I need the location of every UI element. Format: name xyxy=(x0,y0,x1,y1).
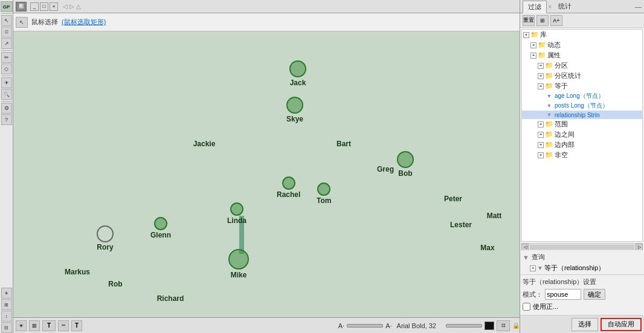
toolbar-bottom1-btn[interactable]: ☀ xyxy=(1,288,12,299)
tree-expand-partition[interactable]: + xyxy=(538,63,544,69)
bottom-icon2[interactable]: ⊞ xyxy=(29,320,40,331)
hscroll-track[interactable] xyxy=(530,245,634,250)
bottom-icon3[interactable]: T xyxy=(42,320,56,331)
toolbar-select-btn[interactable]: ↖ xyxy=(1,15,12,26)
query-expand[interactable]: + xyxy=(530,265,536,271)
node-linda-label: Linda xyxy=(227,216,246,225)
tree-item-relationship[interactable]: ▼ relationship Strin xyxy=(522,111,642,119)
node-mike-circle xyxy=(228,249,249,270)
toolbar-select2-btn[interactable]: ⊡ xyxy=(1,27,12,37)
tree-expand-library[interactable]: + xyxy=(523,32,529,38)
toolbar-erase-btn[interactable]: ◇ xyxy=(1,63,12,74)
tree-item-inner-edges[interactable]: + 📁 边内部 xyxy=(522,140,642,150)
panel-minimize-btn[interactable]: — xyxy=(635,3,642,10)
node-max-label: Max xyxy=(480,244,494,252)
node-rachel[interactable]: Rachel xyxy=(277,176,300,199)
tree-label-between-edges: 边之间 xyxy=(555,130,575,139)
tree-label-range: 范围 xyxy=(555,120,568,129)
tree-item-equals[interactable]: + 📁 等于 xyxy=(522,81,642,91)
font-size-large: A· xyxy=(385,322,391,329)
maximize-btn[interactable]: □ xyxy=(40,2,48,11)
tree-label-attributes: 属性 xyxy=(547,51,561,60)
toolbar-draw-btn[interactable]: ✏ xyxy=(1,52,12,63)
node-tom-label: Tom xyxy=(317,196,331,205)
toolbar-tool3-btn[interactable]: ↗ xyxy=(1,38,12,49)
hscroll-right[interactable]: ▷ xyxy=(636,244,643,251)
toolbar-select-link[interactable]: (鼠标选取矩形) xyxy=(62,18,106,27)
query-item-equals-relationship[interactable]: + ▼ 等于（relationship） xyxy=(523,263,642,273)
node-jack[interactable]: Jack xyxy=(289,60,306,87)
bottom-icon4[interactable]: ✂ xyxy=(58,320,69,331)
query-header: ▼ 查询 xyxy=(523,253,642,262)
color-swatch[interactable] xyxy=(485,322,494,330)
node-matt-label: Matt xyxy=(487,212,502,220)
tree-item-age[interactable]: ▼ age Long（节点） xyxy=(522,91,642,101)
settings-regex-label: 使用正... xyxy=(533,302,558,311)
tree-item-posts[interactable]: ▼ posts Long（节点） xyxy=(522,101,642,111)
tree-expand-attributes[interactable]: + xyxy=(530,53,536,59)
close-btn[interactable]: × xyxy=(50,2,58,11)
node-linda[interactable]: Linda xyxy=(227,202,246,225)
node-bob[interactable]: Bob xyxy=(397,151,414,178)
bottom-bar: ☀ ⊞ T ✂ T A· A· Arial Bold, 32 ⊡ 🔒 xyxy=(13,317,520,333)
toolbar-bottom4-btn[interactable]: ⊟ xyxy=(1,322,12,333)
auto-apply-btn[interactable]: 自动应用 xyxy=(601,318,642,331)
node-glenn[interactable]: Glenn xyxy=(150,217,171,239)
hscroll-left[interactable]: ◁ xyxy=(521,244,529,251)
tab-stats[interactable]: 统计 xyxy=(553,0,577,13)
node-skye[interactable]: Skye xyxy=(286,97,303,123)
toolbar-move-btn[interactable]: ✈ xyxy=(1,77,12,88)
tree-item-non-empty[interactable]: + 📁 非空 xyxy=(522,150,642,160)
tree-label-non-empty: 非空 xyxy=(555,150,568,160)
tree-expand-partition-stats[interactable]: + xyxy=(538,73,544,79)
font-slider[interactable] xyxy=(347,324,383,328)
node-rachel-circle xyxy=(282,176,295,190)
tree-expand-between-edges[interactable]: + xyxy=(538,132,544,138)
toolbar-bottom2-btn[interactable]: ⊞ xyxy=(1,299,12,310)
tab-filter[interactable]: 过滤 xyxy=(523,1,547,13)
tree-item-library[interactable]: + 📁 库 xyxy=(522,30,642,40)
toolbar-zoom-btn[interactable]: 🔍 xyxy=(1,89,12,100)
settings-regex-checkbox[interactable] xyxy=(523,303,530,311)
bottom-export-btn[interactable]: ⊡ xyxy=(497,320,510,331)
node-mike[interactable]: Mike xyxy=(228,249,249,279)
tree-item-range[interactable]: + 📁 范围 xyxy=(522,119,642,129)
text-btn[interactable]: A+ xyxy=(550,15,562,26)
bottom-icon1[interactable]: ☀ xyxy=(16,320,27,331)
select-btn[interactable]: 选择 xyxy=(572,318,598,331)
canvas-area[interactable]: Jack Skye Jackie Bart Bob Greg Rach xyxy=(13,31,520,317)
tree-expand-range[interactable]: + xyxy=(538,121,544,128)
folder-icon-range: 📁 xyxy=(545,121,553,128)
node-tom[interactable]: Tom xyxy=(317,183,331,205)
grid-btn[interactable]: ⊞ xyxy=(536,15,549,26)
tree-label-age: age Long（节点） xyxy=(555,92,604,100)
bottom-icon5[interactable]: T xyxy=(71,320,82,331)
node-rory[interactable]: Rory xyxy=(97,225,114,251)
node-linda-circle xyxy=(230,202,243,216)
reset-label: 重置 xyxy=(523,16,534,24)
tree-item-attributes[interactable]: + 📁 属性 xyxy=(522,50,642,60)
cursor-icon[interactable]: ↖ xyxy=(16,17,28,28)
settings-confirm-btn[interactable]: 确定 xyxy=(584,289,605,300)
settings-mode-input[interactable] xyxy=(545,289,581,300)
tree-container[interactable]: + 📁 库 + 📁 动态 + 📁 属性 + 📁 xyxy=(521,29,643,242)
zoom-slider[interactable] xyxy=(446,324,482,328)
tree-expand-equals[interactable]: + xyxy=(538,83,544,89)
minimize-btn[interactable]: _ xyxy=(30,2,39,11)
reset-btn[interactable]: 重置 xyxy=(523,15,535,26)
right-panel: 过滤 × 统计 — 重置 ⊞ A+ + 📁 库 xyxy=(520,0,644,333)
tree-item-partition-stats[interactable]: + 📁 分区统计 xyxy=(522,71,642,81)
toolbar-logo-btn[interactable]: GP xyxy=(1,1,13,12)
tree-item-partition[interactable]: + 📁 分区 xyxy=(522,60,642,71)
font-size-small: A· xyxy=(338,322,344,329)
tree-expand-non-empty[interactable]: + xyxy=(538,152,544,158)
tree-item-dynamic[interactable]: + 📁 动态 xyxy=(522,40,642,50)
toolbar-bottom3-btn[interactable]: ↕ xyxy=(1,311,12,322)
tree-expand-dynamic[interactable]: + xyxy=(530,42,536,48)
toolbar-help-btn[interactable]: ? xyxy=(1,114,12,125)
node-glenn-circle xyxy=(154,217,167,230)
tree-item-between-edges[interactable]: + 📁 边之间 xyxy=(522,129,642,140)
tree-expand-inner-edges[interactable]: + xyxy=(538,142,544,148)
toolbar-settings-btn[interactable]: ⚙ xyxy=(1,103,12,114)
font-name-label: Arial Bold, 32 xyxy=(397,322,436,329)
